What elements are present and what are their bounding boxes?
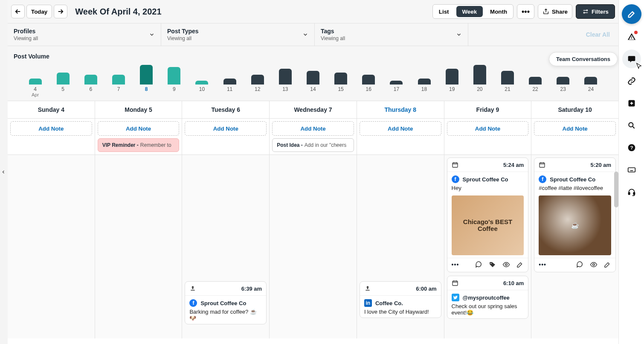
post-text: Barking mad for coffee? ☕🐶 [185, 308, 266, 324]
volume-bar[interactable] [271, 63, 299, 85]
volume-bar[interactable] [160, 63, 188, 85]
post-time: 6:00 am [416, 286, 436, 292]
view-month-button[interactable]: Month [484, 5, 513, 18]
help-icon: ? [627, 143, 636, 152]
filter-tags[interactable]: Tags Viewing all [315, 23, 468, 46]
volume-label: 9 [160, 86, 188, 97]
day-header: Wednesday 7 [270, 101, 357, 118]
add-note-button[interactable]: Add Note [272, 121, 354, 136]
day-col-tuesday[interactable]: 6:39 am f Sprout Coffee Co Barking mad f… [182, 155, 270, 338]
volume-label: 14 [299, 86, 327, 97]
upload-icon [364, 285, 371, 292]
volume-bar[interactable] [21, 63, 49, 85]
next-week-button[interactable] [54, 5, 67, 18]
add-note-button[interactable]: Add Note [98, 121, 180, 136]
volume-bar[interactable] [577, 63, 605, 85]
note-vip-reminder[interactable]: VIP Reminder - Remember to [98, 138, 180, 152]
volume-label: 4Apr [21, 86, 49, 97]
collapse-left-handle[interactable] [0, 166, 7, 178]
reply-icon[interactable] [475, 261, 483, 268]
more-menu-button[interactable]: ••• [517, 4, 534, 19]
post-card[interactable]: 5:20 am f Sprout Coffee Co #coffee #latt… [534, 157, 616, 272]
prev-week-button[interactable] [11, 5, 25, 18]
view-week-button[interactable]: Week [456, 6, 483, 17]
volume-label: 19 [438, 86, 466, 97]
edit-icon[interactable] [516, 261, 524, 268]
volume-bar[interactable] [299, 63, 327, 85]
volume-bar[interactable] [244, 63, 271, 85]
filter-profiles[interactable]: Profiles Viewing all [8, 23, 161, 46]
day-col-friday[interactable]: 5:24 am f Sprout Coffee Co Hey Chicago's… [444, 155, 532, 338]
add-note-button[interactable]: Add Note [185, 121, 267, 136]
volume-bar[interactable] [133, 63, 160, 85]
svg-point-0 [586, 10, 588, 11]
note-cell-wednesday: Add Note Post Idea - Add in our "cheers [270, 119, 357, 155]
post-card[interactable]: 6:39 am f Sprout Coffee Co Barking mad f… [185, 281, 267, 324]
post-image: Chicago's BEST Coffee [452, 195, 524, 255]
view-list-button[interactable]: List [433, 5, 455, 18]
post-card[interactable]: 5:24 am f Sprout Coffee Co Hey Chicago's… [447, 157, 529, 272]
add-note-button[interactable]: Add Note [447, 121, 529, 136]
more-dots-button[interactable]: ••• [539, 261, 546, 268]
links-button[interactable] [622, 72, 641, 90]
volume-bar[interactable] [77, 63, 104, 85]
clear-all-button[interactable]: Clear All [577, 23, 618, 46]
chat-bolt-icon [627, 55, 636, 63]
help-button[interactable]: ? [622, 138, 641, 157]
add-note-button[interactable]: Add Note [360, 121, 441, 136]
volume-bar[interactable] [216, 63, 244, 85]
support-button[interactable] [622, 183, 641, 201]
edit-icon[interactable] [603, 261, 611, 268]
note-post-idea[interactable]: Post Idea - Add in our "cheers [272, 138, 354, 152]
volume-bar[interactable] [49, 63, 77, 85]
filters-label: Filters [592, 9, 609, 15]
share-button[interactable]: Share [538, 4, 572, 19]
volume-bar[interactable] [466, 63, 493, 85]
filters-button[interactable]: Filters [576, 4, 615, 19]
filter-tags-subtitle: Viewing all [321, 35, 345, 41]
svg-rect-2 [453, 163, 458, 167]
day-header: Tuesday 6 [182, 101, 270, 118]
volume-bar[interactable] [327, 63, 355, 85]
team-conversations-button[interactable] [622, 50, 641, 68]
reply-icon[interactable] [576, 261, 584, 268]
volume-bar[interactable] [355, 63, 383, 85]
day-col-saturday[interactable]: 5:20 am f Sprout Coffee Co #coffee #latt… [531, 155, 618, 338]
add-note-button[interactable]: Add Note [534, 121, 616, 136]
volume-bar[interactable] [493, 63, 521, 85]
compose-button[interactable] [622, 4, 641, 24]
more-dots-button[interactable]: ••• [452, 261, 459, 268]
volume-label: 6 [77, 86, 104, 97]
chevron-down-icon [302, 32, 308, 38]
keyboard-button[interactable] [622, 160, 641, 179]
add-note-button[interactable]: Add Note [10, 121, 92, 136]
filter-profiles-subtitle: Viewing all [14, 35, 38, 41]
day-col-sunday[interactable] [8, 155, 95, 338]
post-card[interactable]: 6:10 am @mysproutcoffee Check out our sp… [447, 276, 529, 319]
volume-bar[interactable] [522, 63, 549, 85]
toolbar: document.querySelectorAll('[data-name="p… [8, 0, 618, 23]
alerts-button[interactable] [622, 27, 641, 46]
volume-bar[interactable] [549, 63, 577, 85]
scrollbar-thumb[interactable] [614, 172, 618, 207]
volume-bar[interactable] [438, 63, 466, 85]
today-button[interactable]: Today [26, 5, 52, 18]
profile-name: Sprout Coffee Co [550, 176, 595, 183]
volume-bar[interactable] [410, 63, 438, 85]
add-button[interactable] [622, 94, 641, 113]
headset-icon [627, 188, 636, 196]
volume-bar[interactable] [188, 63, 216, 85]
search-button[interactable] [622, 116, 641, 135]
eye-icon[interactable] [502, 261, 510, 268]
volume-bar[interactable] [383, 63, 410, 85]
day-col-thursday[interactable]: 6:00 am in Coffee Co. I love the City of… [357, 155, 444, 338]
eye-icon[interactable] [590, 261, 598, 268]
volume-label: 24 [577, 86, 605, 97]
post-card[interactable]: 6:00 am in Coffee Co. I love the City of… [360, 281, 441, 318]
day-col-wednesday[interactable] [270, 155, 357, 338]
svg-point-9 [629, 122, 633, 127]
filter-post-types[interactable]: Post Types Viewing all [161, 23, 315, 46]
day-col-monday[interactable] [95, 155, 183, 338]
volume-bar[interactable] [104, 63, 132, 85]
tag-icon[interactable] [489, 261, 496, 268]
